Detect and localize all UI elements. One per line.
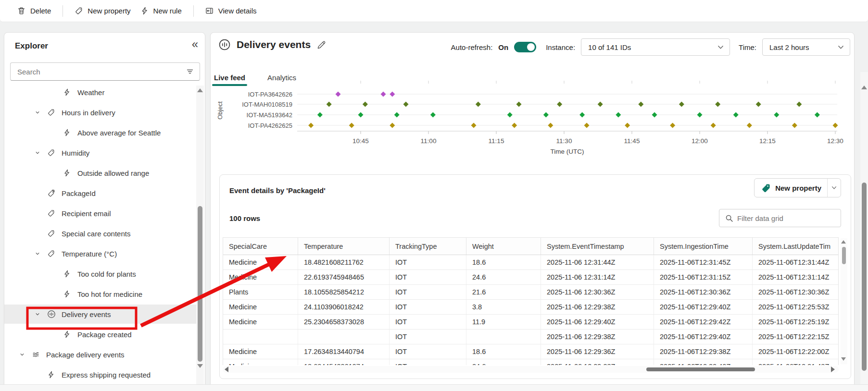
new-rule-button[interactable]: New rule — [136, 4, 187, 18]
sidebar-item-weather[interactable]: Weather — [4, 83, 199, 102]
grid-hscrollbar-thumb[interactable] — [646, 367, 755, 371]
table-cell: 2025-11-06T12:29:40Z — [654, 359, 753, 365]
grid-column-header[interactable]: Weight — [466, 238, 541, 255]
table-row[interactable]: Medicine25.2304658373028IOT11.92025-11-0… — [223, 315, 838, 330]
table-cell: 2025-11-06T12:31:44Z — [753, 255, 839, 269]
sidebar-item-humidity[interactable]: Humidity — [4, 143, 199, 162]
chart-x-tick-label: 11:15 — [489, 137, 504, 145]
chart-data-point — [584, 123, 590, 128]
grid-scroll-up-icon[interactable] — [841, 240, 846, 244]
table-cell: 2025-11-06 12:29:38Z — [541, 359, 654, 365]
sidebar-item-hours-in-delivery[interactable]: Hours in delivery — [4, 103, 199, 122]
sidebar-item-too-cold-for-plants[interactable]: Too cold for plants — [4, 264, 199, 283]
delete-button[interactable]: Delete — [13, 4, 56, 18]
chevron-down-icon[interactable] — [35, 150, 47, 156]
sidebar-scrollbar-thumb[interactable] — [198, 206, 202, 362]
chevron-down-icon[interactable] — [19, 352, 32, 357]
page-scrollbar-thumb[interactable] — [862, 183, 867, 371]
table-row[interactable]: Plants18.1055825854212IOT21.62025-11-06 … — [223, 285, 838, 300]
chart-data-point — [616, 112, 621, 118]
sidebar-item-package-delivery-events[interactable]: Package delivery events — [4, 345, 199, 364]
rows-count: 100 rows — [229, 214, 260, 222]
table-cell: 2025-11-06T12:31:15Z — [654, 270, 753, 284]
sidebar-item-above-average-for-seattle[interactable]: Above average for Seattle — [4, 123, 199, 142]
sidebar-item-too-hot-for-medicine[interactable]: Too hot for medicine — [4, 284, 199, 304]
sidebar-item-express-shipping-requested[interactable]: Express shipping requested — [4, 365, 199, 384]
new-property-button[interactable]: New property — [754, 178, 841, 197]
grid-column-header[interactable]: TrackingType — [390, 238, 466, 255]
explorer-tree: WeatherHours in deliveryAbove average fo… — [4, 83, 199, 389]
table-cell: Medicine — [223, 255, 298, 269]
sidebar-item-delivery-events[interactable]: Delivery events — [4, 305, 199, 324]
table-cell: 2025-11-06 12:29:38Z — [541, 330, 654, 344]
table-row[interactable]: Medicine22.6193745948465IOT24.62025-11-0… — [223, 270, 838, 285]
table-cell: IOT — [390, 330, 466, 344]
sidebar-scroll-down-icon[interactable] — [197, 364, 203, 368]
page-scroll-up-icon[interactable] — [861, 86, 867, 89]
grid-column-header[interactable]: System.LastUpdateTim — [753, 238, 839, 255]
view-details-button[interactable]: View details — [201, 4, 262, 18]
grid-scroll-left-icon[interactable] — [225, 367, 228, 372]
chevron-down-icon[interactable] — [35, 311, 47, 317]
table-cell: Medicine — [223, 315, 298, 329]
table-row[interactable]: Medicine18.4821608211762IOT18.62025-11-0… — [223, 255, 838, 270]
sidebar-item-temperature-c-[interactable]: Temperature (°C) — [4, 244, 199, 263]
chevron-down-icon[interactable] — [35, 110, 47, 115]
table-cell — [223, 330, 298, 344]
grid-column-header[interactable]: System.IngestionTime — [654, 238, 753, 255]
chart-data-point — [625, 123, 630, 128]
chevron-down-icon — [717, 45, 724, 49]
chart-data-point — [471, 123, 477, 128]
bolt-icon — [63, 88, 77, 96]
bolt-icon — [63, 270, 77, 278]
instance-dropdown[interactable]: 10 of 141 IDs — [581, 38, 730, 56]
chart-data-point — [652, 112, 657, 118]
table-cell: 2025-11-06T12:22:00Z — [753, 344, 839, 359]
chart-data-point — [512, 123, 517, 128]
chart-data-point — [670, 123, 675, 128]
chart-data-point — [792, 123, 797, 128]
grid-column-header[interactable]: System.EventTimestamp — [541, 238, 654, 255]
collapse-panel-icon[interactable]: « — [192, 37, 198, 51]
new-property-menu-button[interactable] — [827, 179, 841, 197]
chart-data-point — [756, 102, 761, 107]
grid-column-header[interactable]: SpecialCare — [223, 238, 298, 255]
tag-icon — [47, 149, 62, 157]
chart-y-axis-title: Object — [216, 101, 224, 120]
sidebar-scroll-up-icon[interactable] — [197, 88, 203, 92]
table-cell: Plants — [223, 285, 298, 299]
table-cell: 2025-11-06T12:30:36Z — [753, 285, 839, 299]
chevron-down-icon[interactable] — [35, 251, 47, 257]
sidebar-item-outside-allowed-range[interactable]: Outside allowed range — [4, 163, 199, 183]
sidebar-item-recipient-email[interactable]: Recipient email — [4, 204, 199, 223]
new-property-button[interactable]: New property — [70, 4, 135, 18]
table-row[interactable]: Medicine17.2634813440794IOT18.62025-11-0… — [223, 344, 838, 359]
table-row[interactable]: IOT 2025-11-06 12:29:38Z2025-11-06T12:29… — [223, 330, 838, 344]
autorefresh-toggle[interactable] — [514, 42, 536, 52]
tag-icon — [47, 250, 62, 257]
grid-column-header[interactable]: Temperature — [298, 238, 390, 255]
grid-vscrollbar-thumb[interactable] — [842, 247, 846, 264]
grid-scroll-down-icon[interactable] — [841, 357, 846, 361]
chart-data-point — [815, 112, 820, 118]
chart-category-label: IOT-MAH0108519 — [242, 101, 292, 108]
table-cell: IOT — [390, 285, 466, 299]
filter-data-grid-input[interactable] — [737, 214, 841, 222]
grid-header-row: SpecialCareTemperatureTrackingTypeWeight… — [223, 238, 838, 255]
table-cell: 18.6844543301974 — [298, 359, 390, 365]
sidebar-item-packageid[interactable]: PackageId — [4, 183, 199, 203]
chart-x-tick-label: 12:00 — [692, 137, 708, 145]
view-details-icon — [205, 7, 214, 15]
table-row[interactable]: Medicine18.6844543301974IOT24.62025-11-0… — [223, 359, 838, 365]
sidebar-item-package-created[interactable]: Package created — [4, 325, 199, 344]
table-row[interactable]: Medicine24.1103906018242IOT3.82025-11-06… — [223, 300, 838, 315]
time-dropdown[interactable]: Last 2 hours — [762, 38, 850, 56]
edit-title-icon[interactable] — [316, 40, 327, 50]
table-cell: IOT — [390, 359, 466, 365]
tag-icon — [47, 109, 62, 116]
search-input[interactable] — [11, 68, 186, 76]
grid-scroll-right-icon[interactable] — [831, 367, 835, 372]
tag-icon — [75, 7, 83, 15]
tag-icon — [47, 209, 62, 217]
sidebar-item-special-care-contents[interactable]: Special care contents — [4, 224, 199, 243]
